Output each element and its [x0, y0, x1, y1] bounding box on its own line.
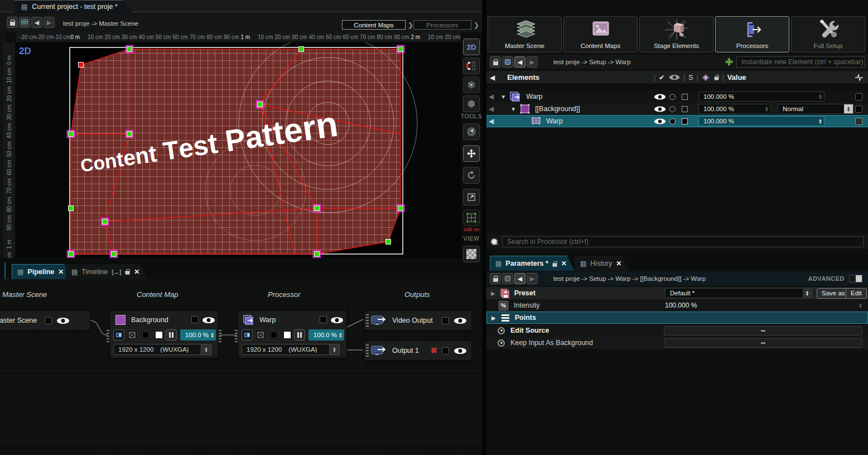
advanced-toggle[interactable] [849, 275, 862, 282]
element-value-field[interactable]: 100.000 % ▲▼ [698, 92, 824, 102]
tab-parameters[interactable]: ▤ Parameters * ✕ [490, 256, 575, 271]
row-grip-icon[interactable]: ◀ [489, 117, 494, 125]
scene-layers-button[interactable] [19, 17, 30, 28]
spinner-icon[interactable]: ▲▼ [818, 94, 822, 99]
tag-icon[interactable] [702, 74, 710, 82]
gizmo-3d-button[interactable] [463, 76, 480, 93]
node-background[interactable]: Background [109, 310, 219, 358]
white-fill-button[interactable] [282, 329, 293, 341]
background-checkbox[interactable] [191, 316, 199, 323]
keep-input-button[interactable] [664, 338, 862, 348]
eye-icon[interactable] [454, 317, 467, 324]
eye-icon[interactable] [654, 118, 666, 124]
spinner-icon[interactable]: ▲▼ [210, 332, 214, 338]
background-resolution-dropdown[interactable]: 1920 x 1200 (WUXGA) ▲▼ [113, 344, 211, 355]
pin-view-button[interactable] [502, 56, 513, 68]
row-checkbox[interactable] [855, 93, 862, 100]
eye-icon[interactable] [56, 317, 70, 324]
flag-square-icon[interactable] [682, 106, 688, 112]
spinner-icon[interactable]: ▲▼ [339, 332, 343, 338]
warp-opacity-field[interactable]: 100.0 % ▲▼ [308, 329, 344, 341]
expander-icon[interactable]: ▼ [500, 94, 506, 100]
back-button[interactable]: ◀ [31, 17, 42, 28]
lock-button[interactable] [7, 17, 18, 28]
tab-history[interactable]: ▤ History ✕ [575, 256, 629, 271]
input-connector[interactable] [366, 344, 369, 358]
expander-icon[interactable]: ▶ [491, 290, 495, 296]
close-icon[interactable]: ✕ [58, 268, 64, 276]
param-row-edit-source[interactable]: Edit Source [486, 324, 868, 337]
intensity-value[interactable]: 100.000 % [665, 301, 697, 309]
add-element-icon[interactable]: ✚ [725, 56, 733, 68]
black-fill-button[interactable] [140, 329, 151, 341]
lock-button[interactable] [490, 273, 501, 284]
dropdown-spinner-icon[interactable]: ▲▼ [803, 289, 812, 298]
back-button[interactable]: ◀ [514, 273, 525, 284]
panel-splitter[interactable] [482, 0, 486, 455]
pause-button[interactable] [294, 329, 305, 341]
output-connector[interactable] [219, 330, 221, 343]
flag-square-icon[interactable] [682, 118, 688, 124]
edit-button[interactable]: Edit [846, 288, 867, 299]
warp-canvas[interactable]: Content Test Pattern [16, 42, 461, 258]
edit-source-button[interactable] [664, 326, 862, 336]
spinner-icon[interactable]: ▲▼ [201, 344, 211, 355]
warp-resolution-dropdown[interactable]: 1920 x 1200 (WUXGA) ▲▼ [242, 344, 340, 355]
param-row-keep-input[interactable]: Keep Input As Background [486, 337, 868, 349]
pulse-icon[interactable] [855, 74, 864, 82]
eye-icon[interactable] [330, 317, 344, 324]
disconnected-x-icon[interactable]: ✖ [430, 346, 437, 356]
element-row-warp-processor[interactable]: ◀ ▼ Warp 100.000 % ▲▼ [486, 90, 868, 103]
lock-button[interactable] [490, 56, 501, 68]
flag-square-icon[interactable] [682, 94, 688, 100]
eye-icon[interactable] [454, 347, 467, 355]
row-checkbox[interactable] [855, 118, 862, 125]
element-row-background[interactable]: ◀ ▼ [[Background]] 100.000 % ▲▼ Normal ▲… [486, 103, 868, 115]
blend-mode-dropdown[interactable]: Normal ▲▼ [778, 104, 853, 114]
element-value-field[interactable]: 100.000 % ▲▼ [698, 104, 771, 114]
pipeline-panel[interactable]: Master Scene Content Map Processor Outpu… [0, 279, 482, 455]
no-content-button[interactable] [127, 329, 138, 341]
forward-button[interactable]: ▶ [44, 17, 55, 28]
input-connector[interactable] [235, 330, 238, 343]
warp-handle[interactable] [69, 206, 74, 211]
node-video-output[interactable]: Video Output [364, 310, 472, 331]
snap-magnet-button[interactable] [463, 58, 480, 74]
media-mode-button[interactable] [113, 329, 124, 341]
media-mode-button[interactable] [242, 329, 253, 341]
eye-icon[interactable] [654, 94, 666, 100]
close-icon[interactable]: ✕ [134, 268, 139, 276]
content-maps-dropdown[interactable]: Content Maps [342, 20, 406, 30]
solo-circle-icon[interactable] [669, 118, 676, 124]
scale-tool-button[interactable] [463, 189, 480, 205]
input-connector[interactable] [107, 330, 109, 343]
row-checkbox[interactable] [855, 106, 862, 113]
preset-dropdown[interactable]: Default * ▲▼ [665, 288, 812, 298]
warp-handle[interactable] [386, 240, 391, 245]
dropdown-spinner-icon[interactable]: ▲▼ [844, 104, 853, 113]
node-output-1[interactable]: Output 1 ✖ [364, 341, 472, 361]
warp-handle[interactable] [127, 47, 132, 52]
warp-handle[interactable] [299, 47, 304, 52]
warp-handle[interactable] [315, 252, 320, 257]
visibility-column-icon[interactable] [669, 74, 680, 80]
warp-handle[interactable] [69, 132, 74, 137]
rotate-tool-button[interactable] [463, 167, 480, 184]
lock-column-icon[interactable] [714, 77, 718, 80]
spinner-icon[interactable]: ▲▼ [765, 106, 769, 112]
param-row-preset[interactable]: ▶ Preset Default * ▲▼ Save as Edit [486, 287, 868, 299]
tab-timeline[interactable]: ▤ Timeline [↔] ✕ [66, 264, 147, 279]
warp-checkbox[interactable] [320, 316, 327, 323]
setup-tab-processors[interactable]: Processors [715, 16, 789, 52]
expander-icon[interactable]: ▼ [510, 106, 516, 112]
row-grip-icon[interactable]: ◀ [489, 105, 494, 113]
forward-button[interactable]: ▶ [527, 56, 538, 68]
stage-viewport[interactable]: Content Test Pattern [16, 42, 461, 258]
save-as-button[interactable]: Save as [817, 288, 850, 299]
node-warp[interactable]: Warp [238, 310, 347, 358]
setup-tab-full-setup[interactable]: Full Setup [791, 16, 865, 52]
project-tab[interactable]: ▤ Current project - test proje * [15, 0, 132, 12]
output-1-checkbox[interactable] [442, 347, 449, 355]
black-fill-button[interactable] [268, 329, 279, 341]
expand-icon[interactable]: [↔] [112, 269, 121, 275]
